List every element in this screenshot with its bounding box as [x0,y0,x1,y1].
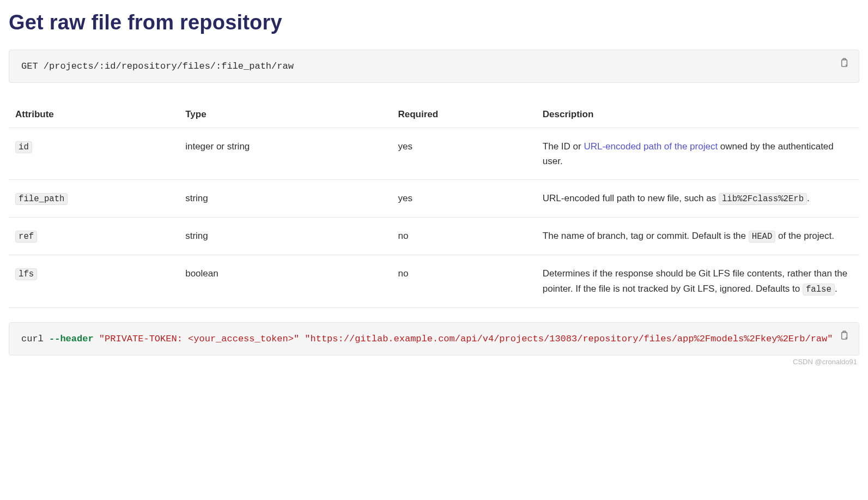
copy-button-endpoint[interactable] [837,56,851,70]
desc-pre: Determines if the response should be Git… [543,268,847,293]
endpoint-code-block: GET /projects/:id/repository/files/:file… [9,50,859,83]
desc-post: . [807,193,810,203]
watermark: CSDN @cronaldo91 [9,356,859,366]
attr-type: integer or string [179,128,391,180]
curl-cmd: curl [21,334,49,344]
attr-type: string [179,180,391,218]
clipboard-icon [839,330,849,340]
attr-code: id [15,141,32,153]
table-row: lfs boolean no Determines if the respons… [9,255,859,308]
attr-code: ref [15,231,37,243]
table-row: file_path string yes URL-encoded full pa… [9,180,859,218]
url-encoded-path-link[interactable]: URL-encoded path of the project [584,141,718,152]
endpoint-code-text: GET /projects/:id/repository/files/:file… [21,61,294,71]
th-type: Type [179,99,391,128]
attr-description: Determines if the response should be Git… [536,255,859,308]
desc-post: of the project. [775,231,834,241]
attr-code: lfs [15,268,37,280]
page-title: Get raw file from repository [9,11,859,34]
attributes-table: Attribute Type Required Description id i… [9,99,859,308]
attr-description: URL-encoded full path to new file, such … [536,180,859,218]
desc-code: lib%2Fclass%2Erb [719,193,807,205]
th-description: Description [536,99,859,128]
curl-string-cutoff: y/files/app%2Fmodels%2Fkey%2Erb/raw" [633,334,833,344]
copy-button-curl[interactable] [837,328,851,342]
curl-space [299,334,305,344]
attr-required: yes [391,128,536,180]
desc-post: . [835,284,837,294]
desc-code: HEAD [749,231,776,243]
desc-pre: The ID or [543,141,584,152]
th-required: Required [391,99,536,128]
curl-code-block: curl --header "PRIVATE-TOKEN: <your_acce… [9,322,859,356]
attr-required: yes [391,180,536,218]
attr-code: file_path [15,193,68,205]
desc-code: false [803,284,835,296]
attr-required: no [391,218,536,255]
attr-required: no [391,255,536,308]
attr-description: The name of branch, tag or commit. Defau… [536,218,859,255]
curl-option: --header [49,334,94,344]
table-header-row: Attribute Type Required Description [9,99,859,128]
desc-pre: URL-encoded full path to new file, such … [543,193,719,203]
curl-string-token: "PRIVATE-TOKEN: <your_access_token>" [99,334,299,344]
table-row: id integer or string yes The ID or URL-e… [9,128,859,180]
clipboard-icon [839,58,849,68]
attr-type: string [179,218,391,255]
th-attribute: Attribute [9,99,179,128]
table-row: ref string no The name of branch, tag or… [9,218,859,255]
attr-description: The ID or URL-encoded path of the projec… [536,128,859,180]
desc-pre: The name of branch, tag or commit. Defau… [543,231,749,241]
attr-type: boolean [179,255,391,308]
curl-space [94,334,99,344]
curl-string-url: "https://gitlab.example.com/api/v4/proje… [305,334,633,344]
